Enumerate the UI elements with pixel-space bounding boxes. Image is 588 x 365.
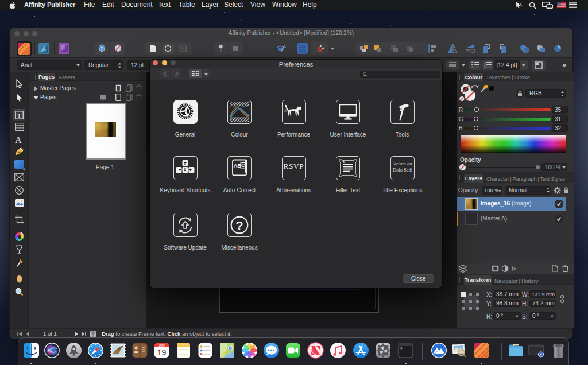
svg-text:AB: AB xyxy=(234,162,242,169)
svg-text:T: T xyxy=(17,112,22,119)
svg-text:C: C xyxy=(241,162,245,168)
svg-text:19: 19 xyxy=(157,348,167,357)
svg-text:?: ? xyxy=(235,219,243,233)
svg-text:>_: >_ xyxy=(400,346,405,351)
svg-text:JUN: JUN xyxy=(158,344,164,347)
svg-text:3: 3 xyxy=(484,65,486,68)
